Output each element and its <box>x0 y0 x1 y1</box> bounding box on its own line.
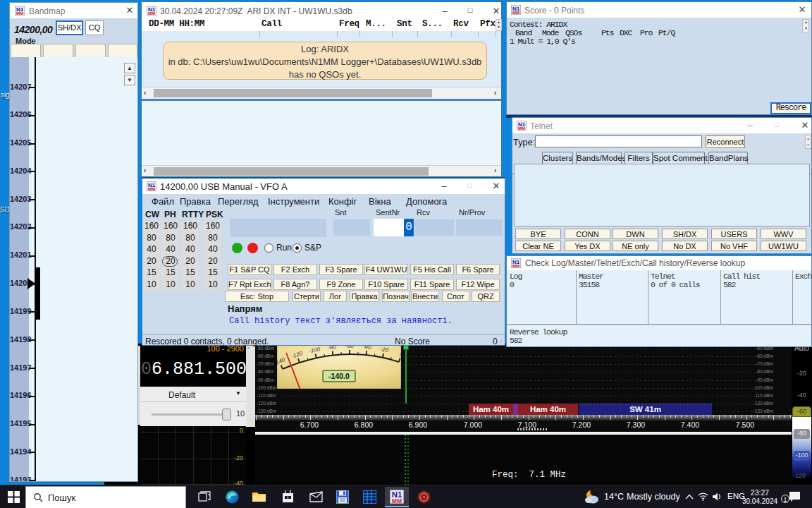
svg-text:MM: MM <box>16 11 23 16</box>
svg-text:MM: MM <box>148 11 155 16</box>
svg-text:MM: MM <box>512 11 519 15</box>
svg-text:MM: MM <box>392 497 402 504</box>
svg-text:MM: MM <box>518 126 525 131</box>
svg-text:-140.0: -140.0 <box>328 372 350 380</box>
svg-text:-40: -40 <box>362 345 371 351</box>
svg-text:MM: MM <box>512 264 519 268</box>
svg-text:MM: MM <box>148 187 155 191</box>
svg-text:-80: -80 <box>328 345 337 351</box>
